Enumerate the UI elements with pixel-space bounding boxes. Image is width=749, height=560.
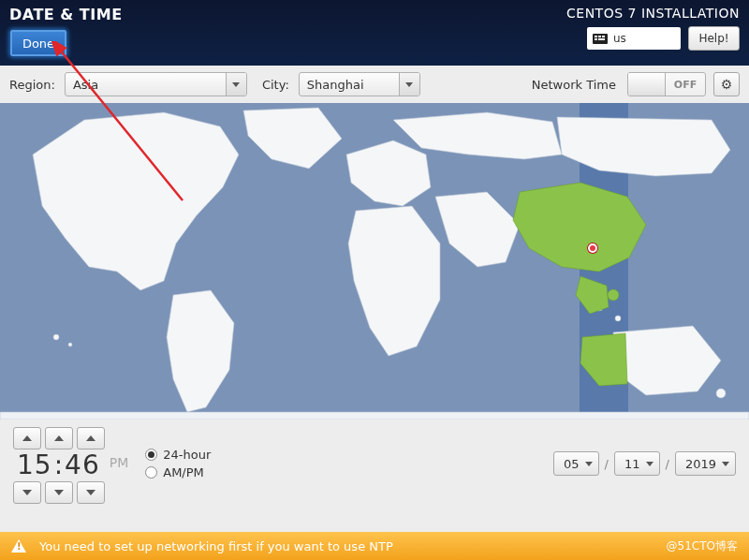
ampm-value: PM — [110, 455, 129, 470]
time-colon: : — [54, 449, 63, 480]
region-dropdown-button[interactable] — [226, 73, 246, 96]
install-title: CENTOS 7 INSTALLATION — [566, 6, 740, 21]
region-combobox[interactable]: Asia — [65, 72, 247, 96]
chevron-down-icon — [585, 462, 593, 466]
header-controls: us Help! — [587, 26, 740, 51]
region-label: Region: — [9, 78, 55, 92]
format-ampm-option[interactable]: AM/PM — [145, 465, 211, 479]
chevron-down-icon — [722, 462, 729, 466]
day-combobox[interactable]: 11 — [614, 451, 660, 476]
keyboard-indicator[interactable]: us — [587, 27, 681, 50]
city-value: Shanghai — [300, 78, 399, 92]
radio-icon — [145, 449, 157, 461]
date-separator: / — [664, 457, 671, 471]
svg-point-4 — [716, 389, 726, 398]
chevron-down-icon — [646, 462, 654, 466]
time-date-panel: 15 : 46 PM 24-hour AM/PM 05 / 11 / 2019 — [0, 420, 749, 506]
chevron-down-icon — [232, 82, 240, 87]
svg-point-5 — [608, 289, 619, 301]
format-24h-label: 24-hour — [163, 448, 211, 462]
page-title: DATE & TIME — [9, 6, 123, 23]
city-combobox[interactable]: Shanghai — [299, 72, 420, 96]
minute-value: 46 — [65, 449, 100, 480]
minute-up-button[interactable] — [45, 427, 73, 449]
watermark: @51CTO博客 — [667, 538, 738, 554]
chevron-up-icon — [54, 435, 64, 441]
location-marker — [588, 243, 597, 253]
format-ampm-label: AM/PM — [163, 465, 204, 479]
done-button[interactable]: Done — [9, 29, 67, 57]
minute-down-button[interactable] — [45, 481, 73, 504]
settings-row: Region: Asia City: Shanghai Network Time… — [0, 66, 749, 103]
city-dropdown-button[interactable] — [399, 73, 419, 96]
keyboard-icon — [593, 34, 608, 44]
header-right: CENTOS 7 INSTALLATION us Help! — [566, 6, 740, 62]
region-value: Asia — [66, 78, 226, 92]
help-button[interactable]: Help! — [688, 26, 740, 51]
hour-up-button[interactable] — [13, 427, 41, 449]
date-separator: / — [603, 457, 610, 471]
date-group: 05 / 11 / 2019 — [553, 451, 736, 476]
network-time-label: Network Time — [532, 78, 616, 92]
network-time-settings-button[interactable]: ⚙ — [713, 72, 740, 96]
toggle-state: OFF — [666, 79, 705, 91]
keyboard-layout-label: us — [613, 32, 626, 45]
svg-point-0 — [53, 334, 59, 340]
svg-point-1 — [68, 343, 72, 346]
chevron-up-icon — [86, 435, 95, 441]
hour-down-button[interactable] — [13, 481, 41, 504]
header-left: DATE & TIME Done — [9, 6, 123, 62]
warning-bar: You need to set up networking first if y… — [0, 532, 749, 560]
chevron-down-icon — [86, 490, 95, 495]
chevron-down-icon — [54, 490, 64, 495]
chevron-up-icon — [22, 435, 32, 441]
world-map-svg — [0, 103, 749, 420]
year-combobox[interactable]: 2019 — [675, 451, 736, 476]
toggle-knob — [628, 73, 666, 96]
ampm-down-button[interactable] — [77, 481, 105, 504]
ampm-up-button[interactable] — [77, 427, 105, 449]
gear-icon: ⚙ — [721, 77, 733, 92]
hour-value: 15 — [17, 449, 52, 480]
header-bar: DATE & TIME Done CENTOS 7 INSTALLATION u… — [0, 0, 749, 66]
month-value: 05 — [564, 457, 580, 471]
time-format-group: 24-hour AM/PM — [145, 448, 211, 479]
format-24h-option[interactable]: 24-hour — [145, 448, 211, 462]
warning-message: You need to set up networking first if y… — [39, 539, 393, 553]
chevron-down-icon — [405, 82, 413, 87]
svg-point-3 — [615, 316, 621, 321]
chevron-down-icon — [22, 490, 32, 495]
radio-icon — [145, 466, 157, 479]
day-value: 11 — [624, 457, 640, 471]
warning-icon — [11, 539, 26, 553]
year-value: 2019 — [685, 457, 716, 471]
timezone-map[interactable] — [0, 103, 749, 420]
network-time-toggle[interactable]: OFF — [627, 72, 706, 96]
month-combobox[interactable]: 05 — [553, 451, 599, 476]
city-label: City: — [262, 78, 289, 92]
